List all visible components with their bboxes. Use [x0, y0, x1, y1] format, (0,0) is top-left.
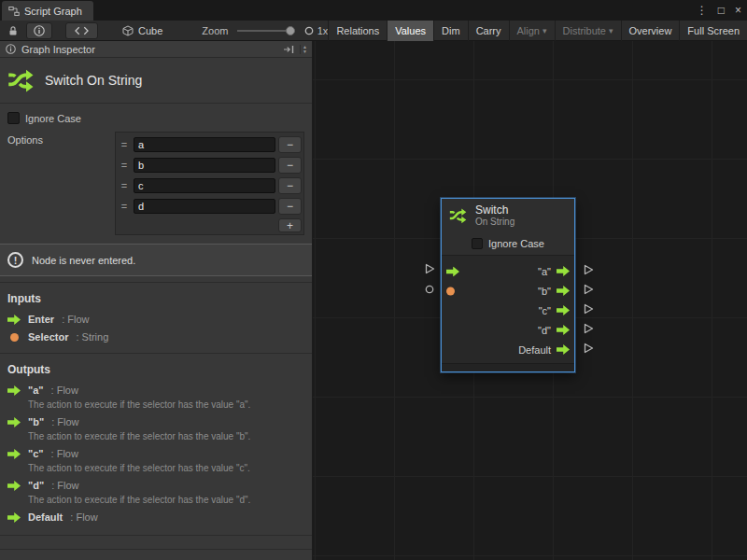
warning-text: Node is never entered.	[32, 255, 135, 266]
flow-output-connector-d[interactable]	[583, 323, 594, 334]
output-port-b[interactable]	[557, 286, 570, 296]
target-label: Cube	[138, 25, 162, 36]
flow-output-connector-default[interactable]	[583, 343, 594, 354]
drag-handle-icon[interactable]: =	[118, 160, 131, 171]
cube-icon	[122, 25, 134, 36]
option-row: = −	[118, 155, 302, 175]
relations-button[interactable]: Relations	[328, 21, 387, 41]
node-subtitle: On String	[475, 217, 514, 228]
graph-canvas[interactable]: Switch On String Ignore Case "a" "b"	[313, 41, 747, 560]
remove-option-button[interactable]: −	[278, 136, 302, 153]
options-list: = − = − = − = − +	[115, 132, 304, 235]
port-row-default: Default	[442, 340, 574, 359]
window-close-icon[interactable]: ×	[735, 4, 741, 17]
node-title: Switch	[475, 204, 514, 217]
port-row-a: "a"	[442, 261, 574, 281]
output-port-default[interactable]	[557, 344, 570, 355]
option-input-3[interactable]	[134, 199, 275, 214]
drag-handle-icon[interactable]: =	[118, 201, 131, 212]
output-port-c: "c" : Flow	[0, 444, 312, 462]
output-port-d[interactable]	[557, 325, 570, 335]
flow-arrow-icon	[7, 481, 21, 491]
option-input-1[interactable]	[134, 158, 275, 173]
window-menu-icon[interactable]: ⋮	[697, 4, 708, 17]
window-tab-bar: Script Graph ⋮ □ ×	[0, 0, 747, 21]
zoom-label: Zoom	[202, 25, 228, 36]
remove-option-button[interactable]: −	[278, 157, 302, 174]
zoom-slider-handle[interactable]	[286, 26, 295, 35]
distribute-button[interactable]: Distribute▾	[555, 21, 621, 41]
edit-source-button[interactable]	[65, 22, 98, 39]
remove-option-button[interactable]: −	[278, 198, 302, 215]
ignore-case-label: Ignore Case	[488, 238, 544, 249]
output-desc-a: The action to execute if the selector ha…	[0, 399, 312, 413]
dim-button[interactable]: Dim	[433, 21, 468, 41]
port-row-c: "c"	[442, 301, 574, 320]
output-desc-c: The action to execute if the selector ha…	[0, 462, 312, 476]
zoom-slider[interactable]	[237, 30, 292, 32]
outputs-header: Outputs	[0, 354, 312, 381]
string-dot-icon	[7, 333, 21, 342]
drag-handle-icon[interactable]: =	[118, 139, 131, 150]
chevron-down-icon: ▾	[609, 26, 613, 35]
fullscreen-button[interactable]: Full Screen	[679, 21, 747, 41]
options-block: Options = − = − = − = −	[0, 126, 312, 235]
node-ignore-case-row: Ignore Case	[442, 232, 574, 255]
flow-output-connector-a[interactable]	[583, 264, 594, 275]
drag-handle-icon[interactable]: =	[118, 180, 131, 191]
flow-output-connector-b[interactable]	[583, 284, 594, 295]
inspector-toggle-button[interactable]	[26, 22, 52, 39]
flow-arrow-icon	[7, 385, 21, 396]
remove-option-button[interactable]: −	[278, 177, 302, 194]
input-port-selector: Selector : String	[0, 328, 312, 345]
inputs-header: Inputs	[0, 283, 312, 310]
add-option-button[interactable]: +	[278, 218, 302, 232]
ignore-case-checkbox[interactable]	[472, 238, 483, 249]
scroll-spinner-icon[interactable]: ▲▼	[300, 45, 309, 54]
value-input-connector[interactable]	[425, 285, 434, 294]
page-title: Switch On String	[45, 73, 142, 88]
zoom-reset-button[interactable]: 1x	[304, 25, 329, 36]
option-input-0[interactable]	[134, 137, 275, 152]
output-port-a: "a" : Flow	[0, 381, 312, 399]
option-input-2[interactable]	[134, 178, 275, 193]
flow-output-connector-c[interactable]	[583, 303, 594, 315]
selector-port[interactable]	[446, 287, 455, 295]
warning-banner: ! Node is never entered.	[0, 244, 312, 276]
carry-button[interactable]: Carry	[468, 21, 509, 41]
enter-port[interactable]	[446, 266, 459, 276]
output-port-c[interactable]	[557, 305, 570, 315]
ignore-case-label: Ignore Case	[25, 113, 81, 124]
info-icon	[34, 25, 45, 36]
values-button[interactable]: Values	[387, 21, 433, 41]
lock-icon[interactable]	[7, 25, 19, 36]
info-icon	[6, 44, 16, 54]
ignore-case-checkbox[interactable]	[7, 112, 20, 124]
switch-icon	[449, 206, 468, 225]
script-graph-icon	[8, 6, 20, 17]
option-row: = −	[118, 196, 302, 217]
warning-icon: !	[7, 252, 23, 268]
node-header: Switch On String	[442, 199, 574, 232]
flow-arrow-icon	[7, 449, 21, 459]
flow-arrow-icon	[7, 417, 21, 427]
node-ports: "a" "b" "c" "d" Default	[442, 255, 574, 363]
graph-target[interactable]: Cube	[122, 25, 162, 36]
output-port-a[interactable]	[557, 266, 570, 276]
overview-button[interactable]: Overview	[621, 21, 680, 41]
tab-script-graph[interactable]: Script Graph	[2, 1, 93, 21]
option-row: = −	[118, 134, 302, 155]
switch-icon	[7, 66, 35, 94]
inspector-header-title: Graph Inspector	[21, 44, 95, 55]
node-footer	[442, 363, 574, 371]
align-button[interactable]: Align▾	[509, 21, 555, 41]
flow-input-connector[interactable]	[424, 263, 435, 274]
switch-node[interactable]: Switch On String Ignore Case "a" "b"	[441, 198, 575, 372]
switch-node-group: Switch On String Ignore Case "a" "b"	[424, 198, 601, 375]
tab-title: Script Graph	[24, 6, 82, 17]
port-row-d: "d"	[442, 320, 574, 340]
input-port-enter: Enter : Flow	[0, 310, 312, 328]
dock-icon[interactable]	[283, 45, 294, 54]
window-maximize-icon[interactable]: □	[718, 4, 725, 17]
zoom-dot-icon	[304, 26, 314, 35]
